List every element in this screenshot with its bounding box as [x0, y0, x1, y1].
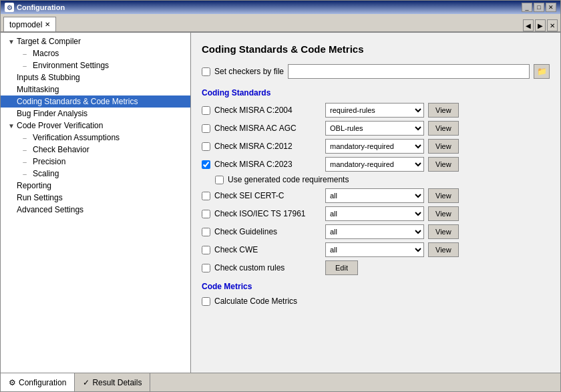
- misra-c-2023-checkbox[interactable]: [202, 160, 210, 169]
- sidebar-item-macros[interactable]: – Macros: [1, 47, 190, 59]
- misra-c-2004-label: Check MISRA C:2004: [214, 106, 321, 115]
- custom-rules-checkbox[interactable]: [202, 264, 210, 272]
- guidelines-select[interactable]: all: [325, 224, 424, 239]
- check-row-custom-rules: Check custom rules Edit: [202, 260, 550, 275]
- title-bar: ⚙ Configuration _ □ ✕: [1, 1, 560, 14]
- misra-c-2012-view-button[interactable]: View: [428, 139, 459, 154]
- guidelines-checkbox[interactable]: [202, 228, 210, 236]
- window-title: Configuration: [17, 3, 65, 11]
- sidebar-item-label: Inputs & Stubbing: [17, 73, 80, 82]
- main-window: ⚙ Configuration _ □ ✕ topmodel ✕ ◀ ▶ ✕ ▼…: [0, 0, 561, 392]
- check-row-guidelines: Check Guidelines all View: [202, 224, 550, 239]
- check-row-cwe: Check CWE all View: [202, 242, 550, 257]
- dash-icon: –: [17, 134, 33, 142]
- nav-forward-button[interactable]: ▶: [535, 19, 546, 31]
- code-metrics-section: Code Metrics Calculate Code Metrics: [202, 282, 550, 306]
- file-browse-button[interactable]: 📁: [534, 64, 550, 79]
- coding-standards-label: Coding Standards: [202, 88, 550, 97]
- sidebar-item-label: Multitasking: [17, 85, 59, 94]
- sidebar-item-label: Check Behavior: [33, 145, 89, 154]
- misra-ac-agc-select[interactable]: OBL-rules required-rules mandatory-rules…: [325, 121, 424, 136]
- close-button[interactable]: ✕: [546, 3, 556, 12]
- sidebar-item-label: Macros: [33, 49, 59, 58]
- sidebar-item-label: Code Prover Verification: [17, 121, 103, 130]
- nav-back-button[interactable]: ◀: [523, 19, 534, 31]
- check-row-iso-iec: Check ISO/IEC TS 17961 all View: [202, 206, 550, 221]
- calculate-metrics-checkbox[interactable]: [202, 297, 210, 306]
- custom-rules-edit-button[interactable]: Edit: [325, 260, 358, 275]
- sidebar-item-reporting[interactable]: Reporting: [1, 180, 190, 192]
- misra-c-2023-label: Check MISRA C:2023: [214, 160, 321, 169]
- result-details-icon: ✓: [83, 378, 89, 387]
- sidebar-item-coding-standards[interactable]: Coding Standards & Code Metrics: [1, 95, 190, 108]
- sidebar-item-code-prover[interactable]: ▼ Code Prover Verification: [1, 120, 190, 132]
- panel: Coding Standards & Code Metrics Set chec…: [191, 33, 560, 373]
- sei-cert-label: Check SEI CERT-C: [214, 191, 321, 200]
- sidebar-item-label: Verification Assumptions: [33, 133, 120, 142]
- dash-icon: –: [17, 62, 33, 69]
- sidebar-item-label: Reporting: [17, 181, 51, 190]
- sidebar-item-inputs-stubbing[interactable]: Inputs & Stubbing: [1, 71, 190, 83]
- sidebar-item-target-compiler[interactable]: ▼ Target & Compiler: [1, 35, 190, 47]
- iso-iec-label: Check ISO/IEC TS 17961: [214, 209, 321, 218]
- main-content: ▼ Target & Compiler – Macros – Environme…: [1, 33, 560, 373]
- tab-close-icon[interactable]: ✕: [45, 21, 50, 28]
- misra-c-2004-checkbox[interactable]: [202, 106, 210, 115]
- dash-icon: –: [17, 158, 33, 166]
- minimize-button[interactable]: _: [522, 3, 532, 12]
- misra-ac-agc-view-button[interactable]: View: [428, 121, 459, 136]
- misra-c-2004-select[interactable]: required-rules mandatory-rules all: [325, 103, 424, 118]
- nav-close-button[interactable]: ✕: [547, 19, 558, 31]
- custom-rules-label: Check custom rules: [214, 263, 321, 272]
- sidebar: ▼ Target & Compiler – Macros – Environme…: [1, 33, 191, 373]
- configuration-icon: ⚙: [9, 378, 16, 387]
- sei-cert-view-button[interactable]: View: [428, 188, 459, 203]
- sidebar-item-bug-finder[interactable]: Bug Finder Analysis: [1, 108, 190, 120]
- sidebar-item-label: Advanced Settings: [17, 205, 83, 214]
- iso-iec-view-button[interactable]: View: [428, 206, 459, 221]
- misra-c-2004-view-button[interactable]: View: [428, 103, 459, 118]
- misra-ac-agc-label: Check MISRA AC AGC: [214, 124, 321, 133]
- sidebar-item-environment-settings[interactable]: – Environment Settings: [1, 59, 190, 71]
- sidebar-item-run-settings[interactable]: Run Settings: [1, 192, 190, 204]
- check-row-misra-2012: Check MISRA C:2012 mandatory-required re…: [202, 139, 550, 154]
- misra-c-2012-select[interactable]: mandatory-required required-rules mandat…: [325, 139, 424, 154]
- iso-iec-select[interactable]: all: [325, 206, 424, 221]
- misra-ac-agc-checkbox[interactable]: [202, 124, 210, 133]
- guidelines-view-button[interactable]: View: [428, 224, 459, 239]
- use-generated-code-checkbox[interactable]: [215, 176, 224, 184]
- iso-iec-checkbox[interactable]: [202, 210, 210, 218]
- bottom-tab-result-details-label: Result Details: [92, 378, 142, 387]
- sidebar-item-check-behavior[interactable]: – Check Behavior: [1, 144, 190, 156]
- bottom-tab-configuration[interactable]: ⚙ Configuration: [1, 373, 75, 391]
- use-generated-code-row: Use generated code requirements: [215, 175, 550, 184]
- sidebar-item-verification-assumptions[interactable]: – Verification Assumptions: [1, 132, 190, 144]
- code-metrics-label: Code Metrics: [202, 282, 550, 291]
- sidebar-item-label: Target & Compiler: [17, 37, 81, 46]
- cwe-view-button[interactable]: View: [428, 242, 459, 257]
- sidebar-item-scaling[interactable]: – Scaling: [1, 168, 190, 180]
- sei-cert-checkbox[interactable]: [202, 192, 210, 200]
- dash-icon: –: [17, 146, 33, 154]
- maximize-button[interactable]: □: [534, 3, 544, 12]
- file-path-input[interactable]: [288, 64, 530, 79]
- calculate-metrics-label: Calculate Code Metrics: [214, 297, 321, 306]
- sidebar-item-precision[interactable]: – Precision: [1, 156, 190, 168]
- sidebar-item-label: Run Settings: [17, 193, 63, 202]
- set-checkers-checkbox[interactable]: [202, 67, 210, 76]
- cwe-checkbox[interactable]: [202, 246, 210, 254]
- tab-topmodel[interactable]: topmodel ✕: [3, 17, 56, 31]
- check-row-sei-cert: Check SEI CERT-C all required-rules View: [202, 188, 550, 203]
- tab-nav-right: ◀ ▶ ✕: [523, 19, 558, 31]
- dash-icon: –: [17, 170, 33, 178]
- check-row-misra-2023: Check MISRA C:2023 mandatory-required re…: [202, 157, 550, 172]
- bottom-tab-result-details[interactable]: ✓ Result Details: [75, 373, 150, 391]
- cwe-select[interactable]: all: [325, 242, 424, 257]
- sidebar-item-advanced-settings[interactable]: Advanced Settings: [1, 204, 190, 216]
- sei-cert-select[interactable]: all required-rules: [325, 188, 424, 203]
- misra-c-2023-view-button[interactable]: View: [428, 157, 459, 172]
- misra-c-2023-select[interactable]: mandatory-required required-rules mandat…: [325, 157, 424, 172]
- misra-c-2012-checkbox[interactable]: [202, 142, 210, 151]
- bottom-bar: ⚙ Configuration ✓ Result Details: [1, 373, 560, 391]
- sidebar-item-multitasking[interactable]: Multitasking: [1, 83, 190, 95]
